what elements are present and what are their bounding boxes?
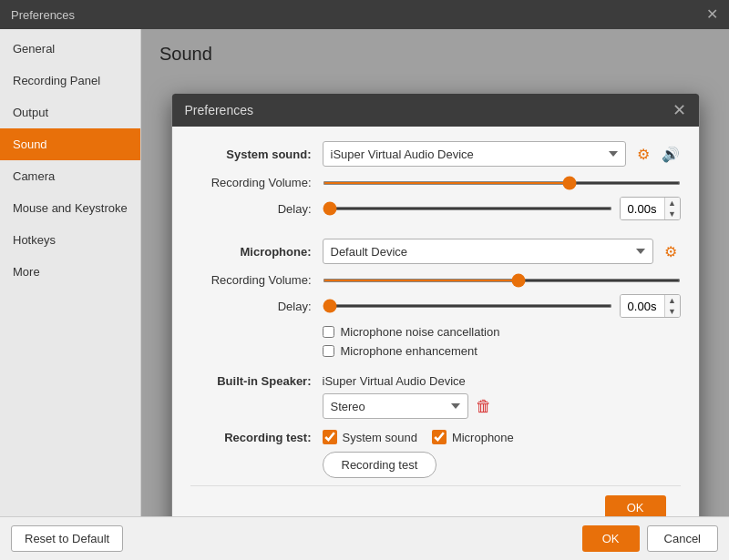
microphone-dropdown[interactable]: Default Device iSuper Virtual Audio Devi… (323, 239, 653, 264)
section-gap-2 (190, 363, 681, 374)
main-window-title: Preferences (11, 8, 75, 22)
system-delay-label: Delay: (190, 202, 323, 216)
microphone-gear-icon[interactable]: ⚙ (661, 241, 681, 261)
pref-dialog-title: Preferences (185, 103, 253, 117)
mic-enhancement-label[interactable]: Microphone enhancement (341, 344, 477, 358)
pref-footer: OK (190, 485, 681, 516)
mic-delay-row: Delay: ▲ ▼ (190, 294, 681, 318)
mic-delay-input-wrap: ▲ ▼ (620, 294, 681, 318)
microphone-row: Microphone: Default Device iSuper Virtua… (190, 239, 681, 264)
rec-system-sound-checkbox[interactable] (323, 430, 337, 444)
system-delay-down[interactable]: ▼ (665, 209, 680, 219)
mic-enhancement-row: Microphone enhancement (190, 344, 681, 358)
system-delay-input-wrap: ▲ ▼ (620, 197, 681, 220)
content-area: Sound Preferences ✕ System sound: (141, 29, 729, 516)
main-close-button[interactable]: ✕ (706, 7, 718, 22)
reset-to-default-button[interactable]: Reset to Default (11, 525, 123, 552)
recording-test-checks: System sound Microphone (323, 430, 514, 444)
system-sound-label: System sound: (190, 148, 323, 161)
pref-ok-button[interactable]: OK (605, 495, 666, 516)
pref-body: System sound: iSuper Virtual Audio Devic… (172, 127, 699, 516)
system-delay-slider[interactable] (323, 207, 612, 210)
sidebar-item-mouse-keystroke[interactable]: Mouse and Keystroke (0, 192, 140, 224)
sidebar-item-camera[interactable]: Camera (0, 160, 140, 192)
rec-microphone-label[interactable]: Microphone (452, 431, 514, 444)
rec-btn-row: Recording test (190, 452, 681, 478)
sidebar-item-general[interactable]: General (0, 33, 140, 65)
mic-delay-label: Delay: (190, 300, 323, 313)
main-titlebar: Preferences ✕ (0, 0, 729, 29)
mic-volume-slider[interactable] (323, 279, 681, 282)
noise-cancellation-checkbox[interactable] (323, 326, 334, 338)
system-sound-speaker-icon[interactable]: 🔊 (661, 144, 681, 164)
system-volume-row: Recording Volume: (190, 176, 681, 189)
main-cancel-button[interactable]: Cancel (647, 525, 718, 552)
stereo-dropdown[interactable]: Stereo Mono (323, 393, 468, 419)
section-gap-1 (190, 228, 681, 239)
builtin-speaker-row: Built-in Speaker: iSuper Virtual Audio D… (190, 374, 681, 388)
microphone-label: Microphone: (190, 245, 323, 259)
sidebar-item-output[interactable]: Output (0, 97, 140, 128)
preferences-dialog: Preferences ✕ System sound: iSuper Virtu… (171, 93, 700, 516)
system-delay-row: Delay: ▲ ▼ (190, 197, 681, 220)
sidebar-item-recording-panel[interactable]: Recording Panel (0, 65, 140, 97)
microphone-check-item: Microphone (432, 430, 514, 444)
sidebar-item-hotkeys[interactable]: Hotkeys (0, 224, 140, 256)
stereo-delete-icon[interactable]: 🗑 (476, 397, 492, 416)
system-delay-slider-wrap: ▲ ▼ (323, 197, 681, 220)
system-sound-gear-icon[interactable]: ⚙ (633, 144, 653, 164)
main-body: General Recording Panel Output Sound Cam… (0, 29, 729, 516)
mic-delay-slider-wrap: ▲ ▼ (323, 294, 681, 318)
system-delay-spin: ▲ ▼ (664, 198, 680, 219)
system-volume-slider-wrap (323, 181, 681, 185)
system-sound-check-item: System sound (323, 430, 417, 444)
mic-enhancement-checkbox[interactable] (323, 345, 334, 357)
system-volume-slider[interactable] (323, 181, 681, 185)
bottom-right-buttons: OK Cancel (582, 525, 718, 552)
recording-test-label: Recording test: (190, 431, 323, 444)
mic-delay-down[interactable]: ▼ (665, 306, 680, 317)
sidebar: General Recording Panel Output Sound Cam… (0, 29, 141, 516)
recording-test-button[interactable]: Recording test (323, 452, 437, 478)
builtin-speaker-label: Built-in Speaker: (190, 374, 323, 388)
mic-volume-row: Recording Volume: (190, 273, 681, 287)
system-sound-row: System sound: iSuper Virtual Audio Devic… (190, 141, 681, 167)
rec-microphone-checkbox[interactable] (432, 430, 447, 444)
system-sound-dropdown[interactable]: iSuper Virtual Audio Device Default Devi… (323, 141, 626, 167)
mic-delay-spin: ▲ ▼ (664, 295, 680, 317)
mic-volume-slider-wrap (323, 279, 681, 282)
microphone-dropdown-wrap: Default Device iSuper Virtual Audio Devi… (323, 239, 681, 264)
sidebar-item-more[interactable]: More (0, 256, 140, 288)
main-ok-button[interactable]: OK (582, 525, 640, 552)
system-delay-input[interactable] (621, 198, 664, 219)
mic-delay-slider[interactable] (323, 304, 612, 308)
system-delay-up[interactable]: ▲ (665, 198, 680, 209)
builtin-speaker-value: iSuper Virtual Audio Device (323, 374, 466, 388)
bottom-bar: Reset to Default OK Cancel (0, 516, 729, 560)
noise-cancellation-row: Microphone noise cancellation (190, 325, 681, 339)
system-volume-label: Recording Volume: (190, 176, 323, 189)
pref-titlebar: Preferences ✕ (172, 94, 699, 127)
pref-close-button[interactable]: ✕ (673, 102, 686, 118)
modal-overlay: Preferences ✕ System sound: iSuper Virtu… (141, 29, 729, 516)
recording-test-row: Recording test: System sound Microphone (190, 430, 681, 444)
main-window: Preferences ✕ General Recording Panel Ou… (0, 0, 729, 560)
rec-system-sound-label[interactable]: System sound (343, 431, 417, 444)
sidebar-item-sound[interactable]: Sound (0, 128, 140, 160)
system-sound-dropdown-wrap: iSuper Virtual Audio Device Default Devi… (323, 141, 681, 167)
noise-cancellation-label[interactable]: Microphone noise cancellation (341, 325, 500, 339)
mic-delay-input[interactable] (621, 295, 664, 317)
mic-delay-up[interactable]: ▲ (665, 295, 680, 306)
mic-volume-label: Recording Volume: (190, 273, 323, 287)
stereo-row: Stereo Mono 🗑 (190, 393, 681, 419)
